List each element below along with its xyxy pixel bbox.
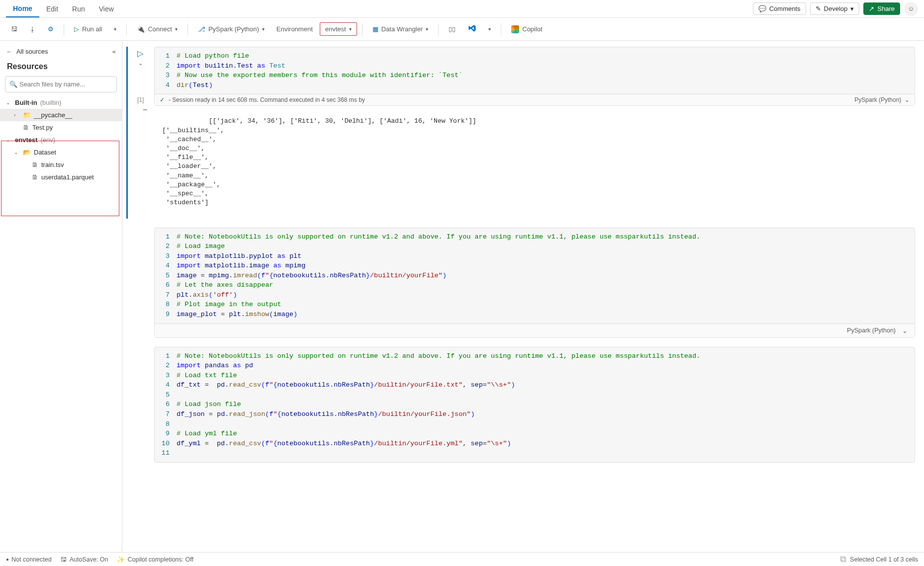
search-input[interactable] [17,79,112,90]
copilot-label: Copilot [522,25,542,33]
play-icon: ▷ [74,25,79,33]
tree-builtin[interactable]: ⌄ Built-in (builtin) [0,96,122,109]
gear-icon: ⚙ [48,25,54,33]
check-icon: ✓ [160,96,165,103]
comments-button[interactable]: 💬 Comments [753,2,806,15]
connect-button[interactable]: 🔌 Connect ▾ [132,22,182,36]
tree-userdata[interactable]: 🗎 userdata1.parquet [0,171,122,183]
output-menu[interactable]: ⋯ [143,106,147,115]
output-text: [['jack', 34, '36'], ['Riti', 30, 'Delhi… [162,117,476,206]
layout-button[interactable]: ▯▯ [444,22,461,36]
run-all-button[interactable]: ▷ Run all [69,22,107,36]
code-cell-1: ▷ ⌄ 1# Load python file 2import builtin.… [126,47,915,219]
selection-label: Selected Cell 1 of 3 cells [850,556,918,563]
notebook-area: ✦ M↓ ⛶ ⧉ 🔒 ⋯ 🗑 ▷ ⌄ 1# Load python file 2… [122,41,924,552]
code-editor[interactable]: 1# Note: NotebookUtils is only supported… [154,347,915,463]
chevron-down-icon: ⌄ [6,100,12,105]
code-cell-3: 1# Note: NotebookUtils is only supported… [126,347,915,463]
layout-icon: ▯▯ [449,25,456,33]
envtest-label: envtest [325,25,346,33]
download-icon: ⭳ [29,25,36,33]
folder-open-icon: 📂 [23,149,31,156]
table-icon: ▦ [372,25,378,33]
copilot-icon: ✨ [117,556,125,563]
download-button[interactable]: ⭳ [24,22,41,36]
environment-selector[interactable]: envtest ▾ [320,22,357,36]
tab-view[interactable]: View [92,1,121,17]
sidebar: ← All sources « Resources 🔍 ⌄ Built-in (… [0,41,122,552]
share-label: Share [877,5,895,12]
code-cell-2: 1# Note: NotebookUtils is only supported… [126,228,915,338]
tree-envtest[interactable]: ⌄ envtest (env) [0,134,122,146]
pencil-icon: ✎ [816,5,821,12]
cell-lang-footer: PySpark (Python) ⌄ [155,323,915,337]
code-editor[interactable]: 1# Note: NotebookUtils is only supported… [154,228,915,338]
resource-tree: ⌄ Built-in (builtin) › 📁 __pycache__ 🗎 T… [0,96,122,548]
run-cell-button[interactable]: ▷ [137,49,143,58]
run-all-menu[interactable]: ▾ [109,23,121,35]
cell-status-bar: [1] ✓ - Session ready in 14 sec 608 ms. … [155,94,915,105]
save-button[interactable]: 🖫 [6,22,22,36]
avatar[interactable]: ☺ [904,2,918,16]
tree-train[interactable]: 🗎 train.tsv [0,159,122,171]
statusbar: ● Not connected 🖫 AutoSave: On ✨ Copilot… [0,552,924,566]
cell-lang[interactable]: PySpark (Python) ⌄ [854,96,910,103]
tab-home[interactable]: Home [6,0,39,17]
vscode-button[interactable] [462,21,481,37]
connect-label: Connect [148,25,172,33]
builtin-label: Built-in [15,99,37,106]
back-button[interactable]: ← [6,48,12,55]
save-icon: 🖫 [61,556,67,563]
back-label[interactable]: All sources [16,48,48,55]
chevron-down-icon: ▾ [262,26,265,32]
file-icon: 🗎 [23,124,29,131]
tree-dataset[interactable]: ⌄ 📂 Dataset [0,146,122,159]
copilot-icon [511,25,519,33]
copilot-button[interactable]: Copilot [506,22,547,36]
envtest-hint: (env) [41,136,56,144]
pycache-label: __pycache__ [34,111,72,119]
settings-button[interactable]: ⚙ [43,22,59,36]
folder-icon: 📁 [23,111,31,119]
connection-status[interactable]: ● Not connected [6,556,52,563]
develop-button[interactable]: ✎ Develop ▾ [810,2,860,15]
develop-label: Develop [824,5,848,12]
copilot-status-label: Copilot completions: Off [127,556,193,563]
chevron-down-icon: ⌄ [14,150,20,155]
tree-testpy[interactable]: 🗎 Test.py [0,121,122,134]
cell-active-indicator [126,47,128,219]
tab-edit[interactable]: Edit [39,1,65,17]
ribbon-tabs: Home Edit Run View 💬 Comments ✎ Develop … [0,0,924,18]
comment-icon: 💬 [758,5,766,12]
vscode-menu[interactable]: ▾ [483,23,496,35]
testpy-label: Test.py [32,124,53,131]
tree-pycache[interactable]: › 📁 __pycache__ [0,109,122,121]
toolbar: 🖫 ⭳ ⚙ ▷ Run all ▾ 🔌 Connect ▾ ⎇ PySpark … [0,18,924,41]
circle-icon: ● [6,557,9,562]
share-button[interactable]: ↗ Share [863,2,900,15]
copilot-status[interactable]: ✨ Copilot completions: Off [117,556,193,563]
language-icon: ⎇ [198,25,205,33]
search-icon: 🔍 [9,81,17,88]
file-icon: 🗎 [32,173,38,181]
tab-run[interactable]: Run [65,1,92,17]
dataset-label: Dataset [34,149,56,156]
autosave-status[interactable]: 🖫 AutoSave: On [61,556,108,563]
collapse-sidebar-button[interactable]: « [112,48,116,55]
data-wrangler-label: Data Wrangler [381,25,423,33]
run-cell-menu[interactable]: ⌄ [138,60,143,67]
data-wrangler-button[interactable]: ▦ Data Wrangler ▾ [368,22,434,36]
builtin-hint: (builtin) [40,99,62,106]
run-all-label: Run all [82,25,102,33]
envtest-label: envtest [15,136,38,144]
save-icon: 🖫 [11,25,17,33]
code-editor[interactable]: 1# Load python file 2import builtin.Test… [154,47,915,106]
chevron-down-icon: ▾ [349,26,352,32]
language-label: PySpark (Python) [208,25,259,33]
search-box[interactable]: 🔍 [5,76,117,92]
language-selector[interactable]: ⎇ PySpark (Python) ▾ [193,22,270,36]
connection-label: Not connected [11,556,52,563]
chevron-down-icon: ▾ [426,26,428,32]
cell-lang[interactable]: PySpark (Python) ⌄ [847,327,908,334]
chevron-down-icon: ⌄ [6,137,12,143]
